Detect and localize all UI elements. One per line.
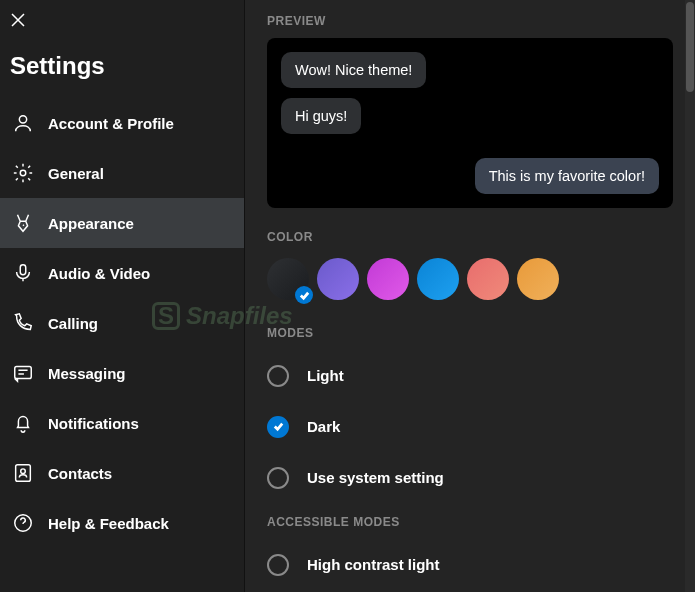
mode-label: High contrast light [307,556,440,573]
color-section-label: COLOR [267,230,673,244]
content-pane: PREVIEW Wow! Nice theme! Hi guys! This i… [245,0,695,592]
color-swatch-coral[interactable] [467,258,509,300]
color-picker-row [267,254,673,300]
sidebar-item-label: Calling [48,315,98,332]
sidebar-item-label: Account & Profile [48,115,174,132]
color-swatch-orange[interactable] [517,258,559,300]
mode-label: Dark [307,418,340,435]
preview-message-incoming: Hi guys! [281,98,361,134]
accessible-modes-section-label: ACCESSIBLE MODES [267,515,673,529]
radio-icon[interactable] [267,365,289,387]
mic-icon [12,262,34,284]
bell-icon [12,412,34,434]
radio-icon[interactable] [267,554,289,576]
sidebar-item-general[interactable]: General [0,148,244,198]
sidebar-item-label: Help & Feedback [48,515,169,532]
mode-label: Use system setting [307,469,444,486]
accessible-modes-list: High contrast lightHigh contrast dark [267,539,673,592]
sidebar-item-label: General [48,165,104,182]
mode-option[interactable]: High contrast light [267,539,673,590]
sidebar-item-label: Notifications [48,415,139,432]
mode-option[interactable]: Use system setting [267,452,673,503]
message-icon [12,362,34,384]
svg-point-0 [19,116,26,123]
sidebar-item-audio-video[interactable]: Audio & Video [0,248,244,298]
phone-icon [12,312,34,334]
sidebar-item-label: Audio & Video [48,265,150,282]
sidebar-item-label: Appearance [48,215,134,232]
theme-preview: Wow! Nice theme! Hi guys! This is my fav… [267,38,673,208]
sidebar-item-contacts[interactable]: Contacts [0,448,244,498]
mode-label: Light [307,367,344,384]
mode-option[interactable]: Light [267,350,673,401]
color-swatch-blue[interactable] [417,258,459,300]
sidebar-item-messaging[interactable]: Messaging [0,348,244,398]
svg-point-1 [20,170,26,176]
page-title: Settings [0,32,244,98]
scrollbar-track[interactable] [685,0,695,592]
contacts-icon [12,462,34,484]
sidebar-item-label: Contacts [48,465,112,482]
sidebar: Settings Account & ProfileGeneralAppeara… [0,0,245,592]
mode-option[interactable]: Dark [267,401,673,452]
radio-checked-icon[interactable] [267,416,289,438]
color-swatch-purple[interactable] [317,258,359,300]
close-button[interactable] [0,0,244,32]
preview-message-incoming: Wow! Nice theme! [281,52,426,88]
sidebar-item-account-profile[interactable]: Account & Profile [0,98,244,148]
sidebar-item-label: Messaging [48,365,126,382]
svg-rect-3 [15,367,32,379]
checkmark-icon [295,286,313,304]
preview-message-outgoing: This is my favorite color! [475,158,659,194]
appearance-icon [12,212,34,234]
sidebar-item-calling[interactable]: Calling [0,298,244,348]
help-icon [12,512,34,534]
sidebar-item-notifications[interactable]: Notifications [0,398,244,448]
svg-rect-2 [20,265,26,275]
scrollbar-thumb[interactable] [686,2,694,92]
gear-icon [12,162,34,184]
modes-section-label: MODES [267,326,673,340]
radio-icon[interactable] [267,467,289,489]
svg-point-5 [21,469,26,474]
sidebar-item-appearance[interactable]: Appearance [0,198,244,248]
color-swatch-default-grey[interactable] [267,258,309,300]
preview-section-label: PREVIEW [267,14,673,28]
color-swatch-magenta[interactable] [367,258,409,300]
sidebar-item-help-feedback[interactable]: Help & Feedback [0,498,244,548]
modes-list: LightDarkUse system setting [267,350,673,503]
profile-icon [12,112,34,134]
close-icon [10,12,26,28]
